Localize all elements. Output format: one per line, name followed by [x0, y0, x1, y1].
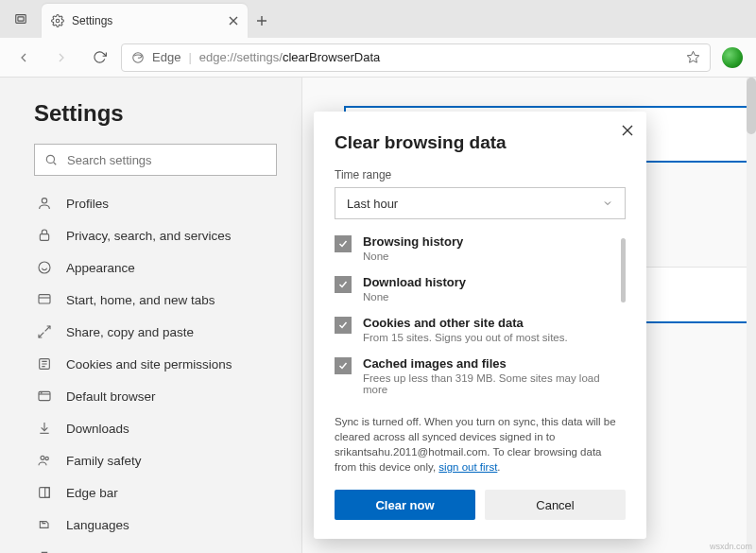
svg-point-14	[45, 457, 48, 459]
svg-rect-7	[40, 234, 48, 241]
sidebar-item-label: Appearance	[66, 261, 135, 275]
sidebar-item-label: Share, copy and paste	[66, 325, 194, 339]
svg-rect-15	[40, 488, 50, 498]
data-type-subtitle: None	[363, 291, 466, 302]
data-type-title: Cached images and files	[363, 356, 612, 371]
refresh-button[interactable]	[83, 43, 115, 72]
tab-close-button[interactable]	[229, 16, 238, 26]
svg-point-8	[39, 262, 50, 273]
sidebar-item-label: Downloads	[66, 422, 129, 436]
data-type-checklist: Browsing historyNoneDownload historyNone…	[335, 234, 626, 408]
sidebar-item-label: Family safety	[66, 454, 142, 468]
clear-browsing-data-dialog: Clear browsing data Time range Last hour…	[314, 112, 646, 539]
address-bar[interactable]: Edge | edge://settings/clearBrowserData	[121, 43, 711, 72]
checkbox[interactable]	[335, 317, 352, 334]
svg-point-12	[41, 392, 42, 393]
sidebar-item[interactable]: Default browser	[34, 380, 277, 412]
plus-icon	[256, 15, 267, 26]
nav-icon	[36, 453, 53, 468]
checkbox[interactable]	[335, 235, 352, 252]
search-settings-input[interactable]	[67, 153, 266, 167]
favorites-button[interactable]	[686, 50, 700, 64]
watermark: wsxdn.com	[710, 542, 752, 551]
tab-title: Settings	[72, 14, 229, 27]
sidebar-item[interactable]: Family safety	[34, 444, 277, 476]
sidebar-item[interactable]: Cookies and site permissions	[34, 348, 277, 380]
data-type-row: Cached images and filesFrees up less tha…	[335, 356, 612, 395]
data-type-title: Cookies and other site data	[363, 316, 568, 330]
profile-avatar-icon	[722, 47, 743, 68]
svg-rect-16	[45, 488, 50, 498]
nav-icon	[36, 260, 53, 275]
sidebar-item-label: Start, home, and new tabs	[66, 293, 215, 307]
checkbox[interactable]	[335, 357, 352, 374]
checklist-scrollbar-thumb[interactable]	[621, 238, 626, 302]
sidebar-item[interactable]: Share, copy and paste	[34, 316, 277, 348]
back-button[interactable]	[8, 43, 40, 72]
checkmark-icon	[337, 279, 349, 290]
arrow-right-icon	[54, 50, 69, 65]
sidebar-item[interactable]: Appearance	[34, 251, 277, 284]
chevron-down-icon	[602, 198, 613, 209]
star-icon	[686, 50, 700, 64]
checkbox[interactable]	[335, 276, 352, 293]
data-type-title: Browsing history	[363, 234, 463, 249]
sidebar-item[interactable]: Profiles	[34, 187, 277, 219]
data-type-subtitle: From 15 sites. Signs you out of most sit…	[363, 332, 568, 343]
checkmark-icon	[337, 238, 349, 250]
nav-icon	[36, 485, 53, 500]
sidebar-item-label: Default browser	[66, 389, 156, 404]
tab-list-icon	[14, 12, 27, 26]
address-url: edge://settings/clearBrowserData	[199, 50, 381, 64]
checkmark-icon	[337, 320, 349, 331]
refresh-icon	[93, 50, 107, 64]
sidebar-item[interactable]: Downloads	[34, 412, 277, 444]
sidebar-item-label: Printers	[66, 550, 111, 554]
nav-icon	[36, 196, 53, 211]
tab-list-button[interactable]	[0, 0, 42, 38]
cancel-button[interactable]: Cancel	[485, 490, 626, 520]
svg-point-13	[41, 456, 44, 459]
data-type-row: Download historyNone	[335, 275, 612, 302]
svg-point-5	[46, 155, 54, 163]
sidebar-item[interactable]: Printers	[34, 541, 277, 553]
nav-icon	[36, 356, 53, 372]
sidebar-item[interactable]: Privacy, search, and services	[34, 219, 277, 251]
nav-icon	[36, 324, 53, 339]
main-scrollbar-track[interactable]	[747, 78, 756, 553]
nav-icon	[36, 389, 53, 404]
sidebar-item-label: Profiles	[66, 197, 109, 211]
close-icon	[229, 16, 238, 26]
clear-now-button[interactable]: Clear now	[335, 490, 475, 520]
forward-button[interactable]	[45, 43, 77, 72]
new-tab-button[interactable]	[248, 4, 276, 38]
svg-rect-0	[16, 15, 26, 24]
sidebar-item-label: Languages	[66, 518, 129, 532]
search-settings-box[interactable]	[34, 144, 277, 176]
sync-note: Sync is turned off. When you turn on syn…	[335, 414, 626, 475]
sidebar-item[interactable]: Edge bar	[34, 476, 277, 509]
dialog-close-button[interactable]	[622, 125, 633, 136]
svg-rect-9	[39, 295, 50, 303]
sidebar-item-label: Privacy, search, and services	[66, 229, 232, 243]
address-origin-label: Edge	[152, 50, 180, 64]
sign-out-link[interactable]: sign out first	[438, 461, 497, 473]
gear-icon	[51, 14, 64, 27]
browser-tab[interactable]: Settings	[42, 4, 248, 38]
nav-icon	[36, 549, 53, 553]
time-range-select[interactable]: Last hour	[335, 187, 626, 219]
sidebar-item-label: Cookies and site permissions	[66, 357, 232, 372]
sidebar-item[interactable]: Languages	[34, 509, 277, 541]
time-range-label: Time range	[335, 168, 626, 181]
main-scrollbar-thumb[interactable]	[747, 78, 756, 134]
edge-logo-icon	[131, 51, 145, 64]
svg-point-6	[42, 199, 46, 203]
time-range-value: Last hour	[347, 197, 398, 211]
address-separator: |	[188, 50, 191, 64]
checkmark-icon	[337, 360, 349, 372]
close-icon	[622, 125, 633, 136]
dialog-title: Clear browsing data	[335, 132, 626, 153]
profile-button[interactable]	[716, 43, 748, 72]
sidebar-item[interactable]: Start, home, and new tabs	[34, 284, 277, 316]
sidebar-item-label: Edge bar	[66, 486, 118, 500]
